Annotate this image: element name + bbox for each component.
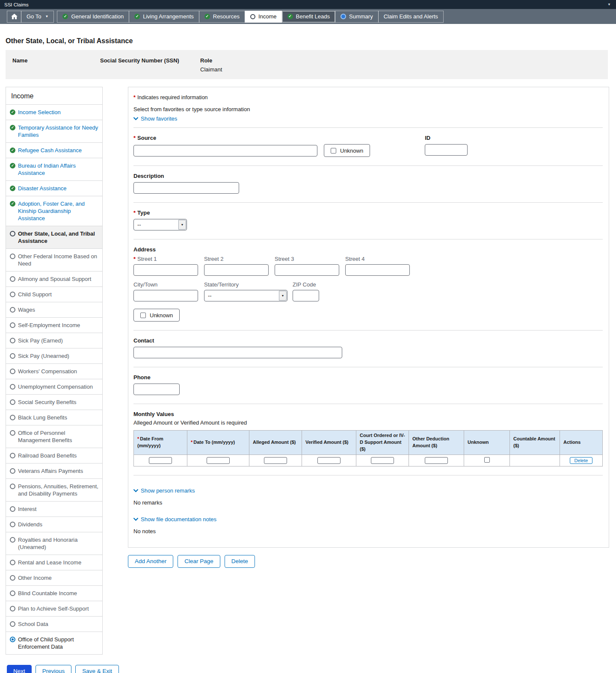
app-title: SSI Claims xyxy=(4,2,29,7)
state-select[interactable]: -- ▼ xyxy=(204,290,287,301)
source-unknown-toggle[interactable]: Unknown xyxy=(324,144,370,157)
sidebar-item[interactable]: Railroad Board Benefits xyxy=(6,448,102,463)
description-section: Description xyxy=(133,166,603,203)
phone-input[interactable] xyxy=(133,384,180,395)
nav-tab[interactable]: Income xyxy=(245,11,282,23)
street3-input[interactable] xyxy=(275,264,339,276)
sidebar-item-label: Interest xyxy=(18,505,36,513)
other-deduction-amount-input[interactable] xyxy=(425,457,448,464)
clear-page-button[interactable]: Clear Page xyxy=(178,555,220,568)
sidebar-item[interactable]: Alimony and Spousal Support xyxy=(6,271,102,286)
type-select[interactable]: -- ▼ xyxy=(133,219,187,230)
item-status-icon xyxy=(10,384,15,390)
required-asterisk xyxy=(133,256,137,262)
item-status-icon xyxy=(10,109,15,115)
street4-input[interactable] xyxy=(345,264,410,276)
nav-tab[interactable]: Benefit Leads xyxy=(282,11,336,23)
primary-nav: Go To ▼ General Identification Living Ar… xyxy=(0,9,616,24)
id-input[interactable] xyxy=(425,144,468,156)
sidebar-item[interactable]: Plan to Achieve Self-Support xyxy=(6,601,102,616)
sidebar-item[interactable]: Royalties and Honoraria (Unearned) xyxy=(6,532,102,555)
street1-input[interactable] xyxy=(133,264,198,276)
row-delete-button[interactable]: Delete xyxy=(570,457,593,464)
sidebar-item[interactable]: Other State, Local, and Tribal Assistanc… xyxy=(6,226,102,248)
show-person-remarks-link[interactable]: Show person remarks xyxy=(133,487,195,494)
next-button[interactable]: Next xyxy=(7,665,32,673)
sidebar-item[interactable]: Self-Employment Income xyxy=(6,317,102,333)
sidebar-item-label: Dividends xyxy=(18,521,42,528)
sidebar-item[interactable]: Wages xyxy=(6,302,102,317)
verified-amount-input[interactable] xyxy=(317,457,341,464)
description-input[interactable] xyxy=(133,182,239,194)
nav-tab[interactable]: Summary xyxy=(335,11,379,23)
item-status-icon xyxy=(10,506,15,512)
tab-label: General Identification xyxy=(71,13,124,20)
item-status-icon xyxy=(10,537,15,543)
sidebar-item[interactable]: Other Income xyxy=(6,570,102,585)
zip-input[interactable] xyxy=(293,290,319,301)
address-unknown-toggle[interactable]: Unknown xyxy=(133,309,180,322)
sidebar-item[interactable]: Income Selection xyxy=(6,104,102,120)
sidebar-item-label: Office of Child Support Enforcement Data xyxy=(18,636,99,650)
show-favorites-link[interactable]: Show favorites xyxy=(133,115,177,122)
sidebar-item[interactable]: Workers' Compensation xyxy=(6,363,102,379)
date-to-input[interactable] xyxy=(207,457,230,464)
goto-dropdown[interactable]: Go To ▼ xyxy=(21,11,54,23)
street2-input[interactable] xyxy=(204,264,269,276)
nav-tab[interactable]: General Identification xyxy=(57,11,129,23)
sidebar-item[interactable]: Dividends xyxy=(6,517,102,532)
header-dropdown-caret-icon[interactable]: ▼ xyxy=(607,3,611,6)
home-icon xyxy=(11,14,18,19)
sidebar-item[interactable]: Sick Pay (Earned) xyxy=(6,333,102,348)
court-ordered-amount-input[interactable] xyxy=(371,457,394,464)
address-heading: Address xyxy=(133,246,603,253)
add-another-button[interactable]: Add Another xyxy=(128,555,173,568)
sidebar-item[interactable]: Interest xyxy=(6,501,102,517)
sidebar-item[interactable]: Pensions, Annuities, Retirement, and Dis… xyxy=(6,478,102,501)
date-from-input[interactable] xyxy=(149,457,172,464)
source-input[interactable] xyxy=(133,145,317,156)
previous-button[interactable]: Previous xyxy=(36,665,72,673)
city-input[interactable] xyxy=(133,290,198,301)
show-file-notes-link[interactable]: Show file documentation notes xyxy=(133,516,216,522)
sidebar-item-label: Disaster Assistance xyxy=(18,185,66,192)
home-button[interactable] xyxy=(7,11,21,23)
delete-button[interactable]: Delete xyxy=(225,555,255,568)
sidebar-item[interactable]: Bureau of Indian Affairs Assistance xyxy=(6,158,102,180)
sidebar-item[interactable]: Office of Personnel Management Benefits xyxy=(6,425,102,448)
sidebar-item[interactable]: School Data xyxy=(6,616,102,632)
sidebar-item[interactable]: Unemployment Compensation xyxy=(6,379,102,394)
sidebar-item[interactable]: Black Lung Benefits xyxy=(6,410,102,425)
tab-label: Resources xyxy=(213,13,240,20)
sidebar-item-label: Workers' Compensation xyxy=(18,368,77,375)
item-status-icon xyxy=(10,148,15,153)
checkbox-icon[interactable] xyxy=(331,148,336,153)
row-unknown-checkbox[interactable] xyxy=(484,457,490,463)
sidebar-item[interactable]: Refugee Cash Assistance xyxy=(6,142,102,158)
contact-input[interactable] xyxy=(133,347,342,358)
sidebar-item-label: Income Selection xyxy=(18,109,61,116)
sidebar-item[interactable]: Social Security Benefits xyxy=(6,394,102,410)
sidebar-item[interactable]: Veterans Affairs Payments xyxy=(6,463,102,478)
sidebar-item[interactable]: Child Support xyxy=(6,286,102,302)
ssn-label: Social Security Number (SSN) xyxy=(100,57,200,64)
sidebar-item[interactable]: Rental and Lease Income xyxy=(6,555,102,570)
sidebar-item[interactable]: Disaster Assistance xyxy=(6,180,102,196)
zip-label: ZIP Code xyxy=(293,281,319,288)
sidebar-item[interactable]: Office of Child Support Enforcement Data xyxy=(6,632,102,654)
nav-tab[interactable]: Claim Edits and Alerts xyxy=(378,11,444,23)
alleged-amount-input[interactable] xyxy=(264,457,287,464)
sidebar-item[interactable]: Temporary Assistance for Needy Families xyxy=(6,120,102,142)
sidebar-item[interactable]: Blind Countable Income xyxy=(6,585,102,601)
item-status-icon xyxy=(10,415,15,420)
sidebar-item-label: Black Lung Benefits xyxy=(18,414,67,421)
save-exit-button[interactable]: Save & Exit xyxy=(75,665,119,673)
panel-actions: Add Another Clear Page Delete xyxy=(128,555,609,568)
sidebar-item[interactable]: Sick Pay (Unearned) xyxy=(6,348,102,363)
sidebar-item[interactable]: Adoption, Foster Care, and Kinship Guard… xyxy=(6,196,102,226)
checkbox-icon[interactable] xyxy=(140,313,146,318)
column-header: Date From (mm/yyyy) xyxy=(134,431,187,455)
sidebar-item[interactable]: Other Federal Income Based on Need xyxy=(6,248,102,271)
nav-tab[interactable]: Resources xyxy=(199,11,245,23)
nav-tab[interactable]: Living Arrangements xyxy=(129,11,199,23)
